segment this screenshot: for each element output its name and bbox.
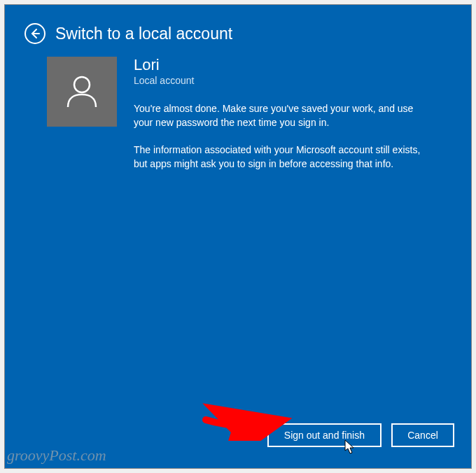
dialog-title: Switch to a local account (55, 24, 232, 43)
dialog-content: Lori Local account You're almost done. M… (5, 51, 471, 171)
user-info: Lori Local account You're almost done. M… (117, 57, 429, 171)
body-paragraph-1: You're almost done. Make sure you've sav… (134, 101, 428, 130)
back-button[interactable] (24, 23, 46, 44)
sign-out-and-finish-button[interactable]: Sign out and finish (267, 423, 382, 447)
person-icon (61, 71, 103, 113)
dialog-header: Switch to a local account (5, 5, 471, 51)
button-row: Sign out and finish Cancel (267, 423, 454, 447)
cancel-button[interactable]: Cancel (391, 423, 454, 447)
body-paragraph-2: The information associated with your Mic… (134, 143, 428, 171)
dialog-window: Switch to a local account Lori Local acc… (4, 4, 472, 469)
arrow-left-icon (29, 28, 41, 39)
username: Lori (134, 57, 429, 73)
account-type: Local account (134, 75, 429, 86)
svg-point-1 (74, 77, 90, 92)
avatar (47, 57, 117, 127)
